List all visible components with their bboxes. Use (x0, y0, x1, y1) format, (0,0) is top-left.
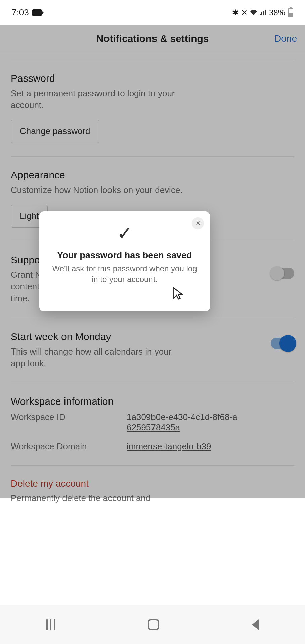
modal-desc: We'll ask for this password when you log… (49, 263, 200, 285)
system-nav-bar (0, 605, 305, 644)
nav-back-button[interactable] (252, 619, 259, 630)
check-icon: ✓ (117, 224, 133, 243)
wifi-icon (250, 8, 258, 17)
bluetooth-icon: ✱ (232, 8, 239, 17)
modal-title: Your password has been saved (57, 250, 192, 261)
nav-home-button[interactable] (148, 619, 159, 630)
mute-icon: ✕ (241, 8, 248, 17)
svg-rect-3 (265, 10, 266, 15)
svg-rect-0 (260, 14, 261, 15)
camera-icon (32, 9, 42, 16)
status-bar: 7:03 ✱ ✕ 38% (0, 0, 305, 25)
password-saved-modal: ✕ ✓ Your password has been saved We'll a… (39, 211, 210, 311)
nav-recents-button[interactable] (46, 619, 55, 630)
svg-rect-2 (263, 11, 264, 15)
close-icon: ✕ (195, 220, 201, 227)
signal-icon (260, 8, 267, 17)
battery-percent: 38% (269, 8, 285, 17)
status-time: 7:03 (12, 7, 29, 18)
battery-icon (288, 8, 293, 17)
svg-rect-1 (261, 12, 262, 15)
modal-close-button[interactable]: ✕ (192, 217, 204, 229)
